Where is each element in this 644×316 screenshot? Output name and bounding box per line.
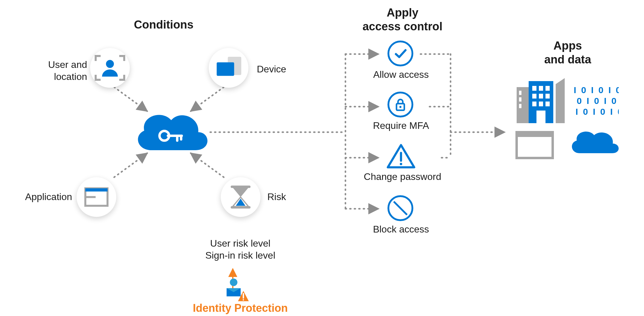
svg-text:0 I 0 I 0: 0 I 0 I 0	[577, 96, 618, 106]
svg-rect-18	[217, 62, 234, 76]
check-icon	[393, 46, 408, 61]
block-icon	[389, 197, 412, 219]
svg-text:I 0 I 0 I 0: I 0 I 0 I 0	[574, 85, 619, 95]
svg-rect-50	[539, 102, 543, 106]
lock-icon	[393, 97, 408, 112]
application-label: Application	[12, 191, 72, 203]
risk-detail-label: User risk level Sign-in risk level	[192, 237, 288, 261]
svg-rect-51	[545, 102, 550, 106]
allow-access-icon	[387, 41, 413, 66]
svg-rect-49	[532, 102, 536, 106]
hourglass-icon	[221, 177, 260, 217]
svg-rect-58	[517, 132, 553, 137]
svg-rect-39	[519, 91, 521, 95]
user-location-label: User and location	[30, 59, 87, 83]
svg-rect-45	[545, 86, 550, 91]
user-scan-icon	[90, 48, 130, 88]
application-node	[77, 177, 116, 217]
svg-rect-44	[539, 86, 543, 91]
app-window-icon	[77, 177, 116, 217]
access-control-heading: Apply access control	[357, 6, 448, 33]
access-heading-line2: access control	[363, 20, 442, 33]
svg-line-37	[394, 202, 407, 215]
identity-protection-label: Identity Protection	[186, 302, 294, 314]
svg-rect-20	[85, 188, 108, 192]
svg-point-16	[106, 60, 114, 68]
access-heading-line1: Apply	[387, 6, 418, 19]
require-mfa-label: Require MFA	[363, 120, 439, 132]
svg-rect-43	[532, 86, 536, 91]
risk-label: Risk	[267, 191, 303, 203]
svg-rect-52	[536, 111, 545, 123]
identity-protection-icon	[222, 276, 249, 303]
block-access-icon	[387, 195, 413, 221]
diagram-root: Conditions Apply access control Apps and…	[0, 0, 644, 316]
svg-point-25	[163, 135, 166, 137]
svg-rect-38	[517, 87, 529, 123]
svg-rect-47	[539, 94, 543, 99]
change-password-label: Change password	[357, 171, 448, 183]
apps-heading-line1: Apps	[554, 39, 582, 52]
svg-rect-41	[519, 104, 521, 108]
change-password-icon	[386, 143, 416, 170]
svg-point-29	[230, 278, 237, 286]
svg-point-36	[400, 163, 402, 165]
cloud-key-icon	[128, 102, 212, 162]
user-location-node	[90, 48, 130, 88]
apps-heading-line2: and data	[544, 53, 591, 66]
require-mfa-icon	[387, 92, 413, 117]
svg-rect-40	[519, 97, 521, 102]
svg-rect-46	[532, 94, 536, 99]
block-access-label: Block access	[363, 223, 439, 235]
apps-data-heading: Apps and data	[529, 39, 607, 66]
apps-data-cluster: I 0 I 0 I 0 0 I 0 I 0 I 0 I 0 I 0	[511, 78, 619, 162]
device-node	[209, 48, 248, 88]
svg-rect-48	[545, 94, 550, 99]
allow-access-label: Allow access	[363, 68, 439, 81]
device-label: Device	[257, 63, 305, 75]
svg-point-32	[243, 299, 244, 301]
svg-text:I 0 I 0 I 0: I 0 I 0 I 0	[576, 107, 619, 117]
svg-marker-53	[556, 78, 565, 123]
conditions-heading: Conditions	[117, 18, 210, 32]
risk-node	[221, 177, 260, 217]
devices-icon	[209, 48, 248, 88]
svg-point-34	[399, 106, 402, 108]
